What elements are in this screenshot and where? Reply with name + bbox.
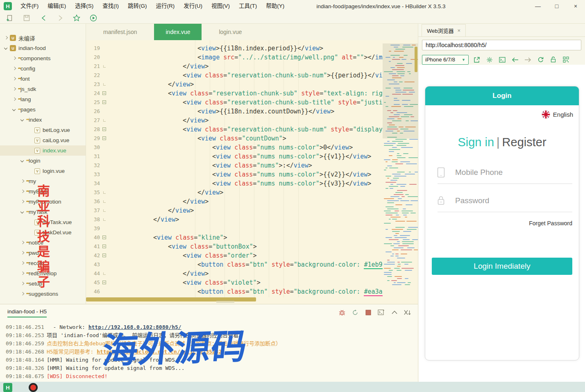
new-console-icon[interactable] bbox=[377, 308, 385, 316]
tree-item-label: suggestions bbox=[29, 291, 58, 297]
editor-tab-manifest-json[interactable]: manifest.json bbox=[92, 24, 148, 40]
tree-item-mybank[interactable]: myBank bbox=[0, 186, 86, 197]
clear-console-icon[interactable] bbox=[404, 308, 411, 316]
tree-item-betlog-vue[interactable]: VbetLog.vue bbox=[0, 125, 86, 135]
close-icon[interactable]: × bbox=[458, 27, 461, 34]
tree-item-notice[interactable]: notice bbox=[0, 238, 86, 248]
tree-item-taskdel-vue[interactable]: VtaskDel.vue bbox=[0, 227, 86, 238]
tree-item-suggestions[interactable]: suggestions bbox=[0, 289, 86, 299]
tree-item-mytask[interactable]: myTask bbox=[0, 207, 86, 217]
log-link[interactable]: http://192.168.0.102:8080/h5/ bbox=[88, 324, 181, 330]
new-file-icon[interactable] bbox=[5, 14, 14, 23]
menu-item[interactable]: 选择(S) bbox=[70, 0, 98, 12]
tree-item-redenvelop[interactable]: redEnvelop bbox=[0, 268, 86, 279]
fold-collapse-icon[interactable]: − bbox=[102, 254, 106, 257]
qr-code-icon[interactable] bbox=[561, 55, 570, 64]
menu-item[interactable]: 发行(U) bbox=[179, 0, 207, 12]
menu-item[interactable]: 视图(V) bbox=[207, 0, 234, 12]
tree-item-pwd[interactable]: pwd bbox=[0, 248, 86, 258]
fold-collapse-icon[interactable]: − bbox=[102, 100, 106, 104]
menu-item[interactable]: 运行(R) bbox=[152, 0, 179, 12]
editor-horizontal-scrollbar[interactable] bbox=[86, 297, 418, 301]
tree-item-setup[interactable]: setup bbox=[0, 279, 86, 289]
tree-item-login[interactable]: login bbox=[0, 156, 86, 166]
tree-item-cailog-vue[interactable]: VcaiLog.vue bbox=[0, 135, 86, 145]
code-line: 20<image src="../../static/img/well.png"… bbox=[86, 53, 418, 62]
language-label: English bbox=[553, 111, 573, 118]
code-line: 33<view class="nums nums-color">{{v2}}</… bbox=[86, 170, 418, 179]
fold-collapse-icon[interactable]: − bbox=[102, 91, 106, 95]
register-link[interactable]: Register bbox=[502, 136, 546, 149]
tree-item-font[interactable]: font bbox=[0, 74, 86, 84]
back-icon[interactable] bbox=[39, 14, 48, 23]
chevron-right-icon bbox=[20, 179, 25, 184]
lock-icon[interactable] bbox=[549, 55, 558, 64]
tree-item-label: index bbox=[29, 117, 42, 123]
taskbar-hbuilder-icon[interactable]: H bbox=[3, 383, 12, 392]
tree-item-index-vue[interactable]: Vindex.vue bbox=[0, 145, 86, 156]
tree-item-components[interactable]: components bbox=[0, 53, 86, 63]
settings-gear-icon[interactable] bbox=[485, 55, 494, 64]
tree-item-record[interactable]: record bbox=[0, 258, 86, 268]
restart-icon[interactable] bbox=[351, 308, 359, 316]
tree-item-mytask-vue[interactable]: VmyTask.vue bbox=[0, 217, 86, 227]
editor-tab-login-vue[interactable]: login.vue bbox=[207, 24, 253, 40]
console-tab[interactable]: indian-food - H5 bbox=[7, 308, 47, 317]
menu-item[interactable]: 文件(F) bbox=[16, 0, 43, 12]
tree-item-login-vue[interactable]: Vlogin.vue bbox=[0, 166, 86, 176]
save-icon[interactable] bbox=[22, 14, 31, 23]
open-external-icon[interactable] bbox=[472, 55, 481, 64]
fold-collapse-icon[interactable]: − bbox=[102, 236, 106, 239]
tree-item-config[interactable]: config bbox=[0, 63, 86, 74]
forget-password-link[interactable]: Forget Password bbox=[529, 220, 572, 227]
star-icon[interactable] bbox=[72, 14, 81, 23]
collapse-panel-icon[interactable] bbox=[390, 308, 398, 316]
signin-link[interactable]: Sign in bbox=[458, 136, 494, 149]
tree-item-indian-food[interactable]: Uindian-food bbox=[0, 43, 86, 53]
editor-vertical-scrollbar-thumb[interactable] bbox=[415, 47, 417, 72]
stop-icon[interactable] bbox=[364, 308, 372, 316]
code-line: 32<view class="nums">:</view> bbox=[86, 161, 418, 170]
close-button[interactable]: × bbox=[566, 0, 585, 12]
debug-bug-icon[interactable] bbox=[338, 308, 346, 316]
forward-icon[interactable] bbox=[56, 14, 65, 23]
tree-item-pages[interactable]: pages bbox=[0, 104, 86, 115]
tree-item-my[interactable]: my bbox=[0, 176, 86, 186]
password-field[interactable]: Password bbox=[437, 195, 489, 206]
device-select[interactable]: iPhone 6/7/8 ▼ bbox=[422, 55, 469, 65]
nav-forward-icon[interactable] bbox=[523, 55, 532, 64]
console-terminal-icon[interactable] bbox=[498, 55, 507, 64]
menu-item[interactable]: 跳转(G) bbox=[123, 0, 152, 12]
address-bar[interactable] bbox=[422, 40, 581, 50]
tree-item-label: myTask bbox=[29, 209, 48, 215]
menu-item[interactable]: 工具(T) bbox=[234, 0, 261, 12]
fold-collapse-icon[interactable]: − bbox=[102, 245, 106, 248]
menu-item[interactable]: 编辑(E) bbox=[43, 0, 70, 12]
tree-item-js_sdk[interactable]: js_sdk bbox=[0, 84, 86, 94]
maximize-button[interactable]: □ bbox=[547, 0, 566, 12]
line-number: 29 bbox=[86, 134, 100, 143]
minimap[interactable] bbox=[383, 40, 418, 297]
browser-tab[interactable]: Web浏览器 × bbox=[422, 24, 466, 36]
tree-item--[interactable]: U未编译 bbox=[0, 33, 86, 43]
menu-item[interactable]: 帮助(Y) bbox=[261, 0, 289, 12]
tree-item-index[interactable]: index bbox=[0, 115, 86, 125]
taskbar-recorder-icon[interactable] bbox=[29, 383, 38, 392]
editor-tab-index-vue[interactable]: index.vue bbox=[154, 24, 202, 40]
fold-collapse-icon[interactable]: − bbox=[102, 136, 106, 140]
tree-item-lang[interactable]: lang bbox=[0, 94, 86, 104]
login-immediately-button[interactable]: Login Imediately bbox=[432, 258, 572, 275]
tree-item-mypromotion[interactable]: myPromotion bbox=[0, 197, 86, 207]
minimize-button[interactable]: — bbox=[528, 0, 547, 12]
nav-back-icon[interactable] bbox=[510, 55, 519, 64]
code-area[interactable]: 19<view>{{i18n.index.period}}</view>20<i… bbox=[86, 40, 418, 297]
mobile-phone-field[interactable]: Mobile Phone bbox=[437, 167, 503, 178]
fold-collapse-icon[interactable]: − bbox=[102, 281, 106, 284]
log-link[interactable]: https://ask.dcloud.net.cn/article/35232 bbox=[97, 349, 222, 355]
menu-item[interactable]: 查找(I) bbox=[98, 0, 123, 12]
language-switch[interactable]: English bbox=[542, 110, 573, 119]
run-icon[interactable] bbox=[89, 14, 98, 23]
line-number: 45 bbox=[86, 278, 100, 287]
fold-collapse-icon[interactable]: − bbox=[102, 127, 106, 131]
refresh-icon[interactable] bbox=[536, 55, 545, 64]
